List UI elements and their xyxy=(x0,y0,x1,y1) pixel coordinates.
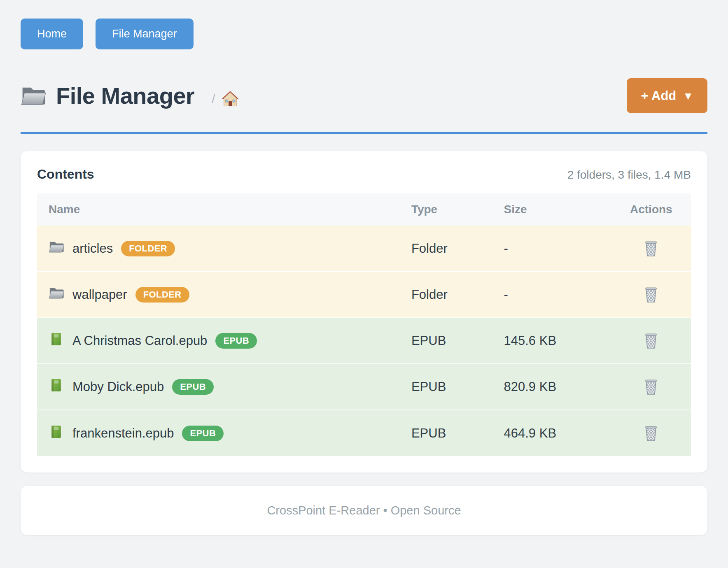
add-button[interactable]: + Add ▼ xyxy=(627,78,707,113)
nav-buttons: Home File Manager xyxy=(21,19,707,49)
type-cell: EPUB xyxy=(411,410,504,456)
name-cell: articles FOLDER xyxy=(37,240,411,257)
contents-card: Contents 2 folders, 3 files, 1.4 MB Name… xyxy=(21,151,707,473)
header-row: File Manager / + Add ▼ xyxy=(21,78,707,113)
file-type-badge: EPUB xyxy=(182,426,224,441)
name-cell: wallpaper FOLDER xyxy=(37,286,411,303)
file-type-badge: FOLDER xyxy=(135,287,189,303)
folder-icon xyxy=(21,85,46,107)
size-cell: - xyxy=(504,272,611,318)
home-icon[interactable] xyxy=(221,90,239,107)
book-icon xyxy=(49,378,64,396)
header-divider xyxy=(21,132,707,134)
column-header-name: Name xyxy=(37,193,411,226)
nav-button-file-manager[interactable]: File Manager xyxy=(96,19,194,49)
name-cell: Moby Dick.epub EPUB xyxy=(37,378,411,396)
delete-button[interactable] xyxy=(642,424,660,443)
type-cell: Folder xyxy=(411,226,504,272)
delete-button[interactable] xyxy=(642,285,660,305)
page: Home File Manager File Manager / + Add ▼… xyxy=(0,0,728,535)
table-row[interactable]: A Christmas Carol.epub EPUB EPUB 145.6 K… xyxy=(37,318,691,364)
trash-icon xyxy=(644,379,658,395)
column-header-type: Type xyxy=(411,193,504,226)
file-name[interactable]: frankenstein.epub xyxy=(72,426,174,441)
table-row[interactable]: wallpaper FOLDER Folder - xyxy=(37,272,691,318)
table-row[interactable]: Moby Dick.epub EPUB EPUB 820.9 KB xyxy=(37,364,691,410)
name-cell: frankenstein.epub EPUB xyxy=(37,425,411,442)
file-type-badge: FOLDER xyxy=(121,241,175,256)
contents-heading: Contents xyxy=(37,167,94,182)
size-cell: 464.9 KB xyxy=(504,410,611,456)
breadcrumb: / xyxy=(212,90,239,107)
folder-icon xyxy=(49,240,64,257)
trash-icon xyxy=(644,333,658,349)
table-row[interactable]: articles FOLDER Folder - xyxy=(37,226,691,272)
file-name[interactable]: A Christmas Carol.epub xyxy=(72,333,207,348)
nav-button-home[interactable]: Home xyxy=(21,19,83,49)
title-group: File Manager / xyxy=(21,82,239,109)
name-cell: A Christmas Carol.epub EPUB xyxy=(37,332,411,349)
table-body: articles FOLDER Folder - xyxy=(37,226,691,456)
contents-summary: 2 folders, 3 files, 1.4 MB xyxy=(567,168,691,182)
file-name[interactable]: articles xyxy=(72,241,113,256)
table-header: Name Type Size Actions xyxy=(37,193,691,226)
file-name[interactable]: Moby Dick.epub xyxy=(72,379,164,394)
trash-icon xyxy=(644,240,658,257)
delete-button[interactable] xyxy=(642,331,660,351)
size-cell: 145.6 KB xyxy=(504,318,611,364)
file-name[interactable]: wallpaper xyxy=(72,287,127,302)
file-type-badge: EPUB xyxy=(172,379,214,395)
type-cell: EPUB xyxy=(411,318,504,364)
contents-card-header: Contents 2 folders, 3 files, 1.4 MB xyxy=(37,167,691,182)
delete-button[interactable] xyxy=(642,239,660,258)
column-header-actions: Actions xyxy=(611,193,691,226)
file-type-badge: EPUB xyxy=(215,333,257,349)
book-icon xyxy=(49,332,64,349)
footer-card: CrossPoint E-Reader • Open Source xyxy=(21,486,707,535)
size-cell: - xyxy=(504,226,611,272)
add-button-label: + Add xyxy=(641,89,676,102)
trash-icon xyxy=(644,425,658,442)
type-cell: Folder xyxy=(411,272,504,318)
type-cell: EPUB xyxy=(411,364,504,410)
file-table: Name Type Size Actions articles xyxy=(37,193,691,456)
delete-button[interactable] xyxy=(642,377,660,397)
page-title: File Manager xyxy=(56,82,194,109)
table-row[interactable]: frankenstein.epub EPUB EPUB 464.9 KB xyxy=(37,410,691,456)
chevron-down-icon: ▼ xyxy=(683,91,693,101)
size-cell: 820.9 KB xyxy=(504,364,611,410)
footer-text: CrossPoint E-Reader • Open Source xyxy=(267,504,461,517)
folder-icon xyxy=(49,286,64,303)
column-header-size: Size xyxy=(504,193,611,226)
breadcrumb-separator: / xyxy=(212,92,215,106)
book-icon xyxy=(49,425,64,442)
trash-icon xyxy=(644,286,658,303)
